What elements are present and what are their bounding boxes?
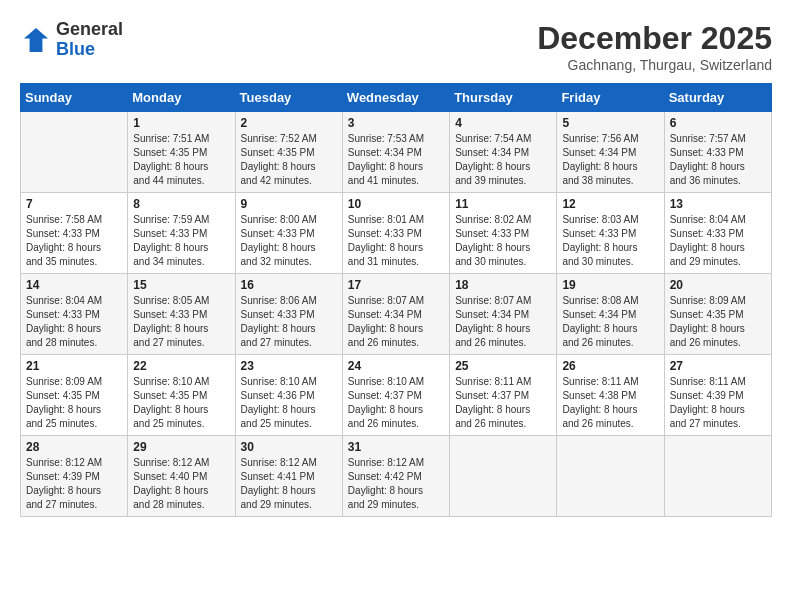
page-header: General Blue December 2025 Gachnang, Thu… xyxy=(20,20,772,73)
calendar-cell: 7Sunrise: 7:58 AM Sunset: 4:33 PM Daylig… xyxy=(21,193,128,274)
calendar-cell: 28Sunrise: 8:12 AM Sunset: 4:39 PM Dayli… xyxy=(21,436,128,517)
day-info: Sunrise: 7:58 AM Sunset: 4:33 PM Dayligh… xyxy=(26,213,122,269)
day-number: 29 xyxy=(133,440,229,454)
day-number: 18 xyxy=(455,278,551,292)
calendar-cell: 11Sunrise: 8:02 AM Sunset: 4:33 PM Dayli… xyxy=(450,193,557,274)
calendar-table: SundayMondayTuesdayWednesdayThursdayFrid… xyxy=(20,83,772,517)
day-info: Sunrise: 8:08 AM Sunset: 4:34 PM Dayligh… xyxy=(562,294,658,350)
logo: General Blue xyxy=(20,20,123,60)
calendar-cell: 10Sunrise: 8:01 AM Sunset: 4:33 PM Dayli… xyxy=(342,193,449,274)
day-number: 25 xyxy=(455,359,551,373)
day-info: Sunrise: 8:09 AM Sunset: 4:35 PM Dayligh… xyxy=(670,294,766,350)
col-header-saturday: Saturday xyxy=(664,84,771,112)
calendar-cell xyxy=(21,112,128,193)
calendar-week-4: 21Sunrise: 8:09 AM Sunset: 4:35 PM Dayli… xyxy=(21,355,772,436)
day-info: Sunrise: 8:12 AM Sunset: 4:40 PM Dayligh… xyxy=(133,456,229,512)
day-number: 22 xyxy=(133,359,229,373)
month-title: December 2025 xyxy=(537,20,772,57)
calendar-cell: 22Sunrise: 8:10 AM Sunset: 4:35 PM Dayli… xyxy=(128,355,235,436)
day-info: Sunrise: 8:12 AM Sunset: 4:42 PM Dayligh… xyxy=(348,456,444,512)
location-subtitle: Gachnang, Thurgau, Switzerland xyxy=(537,57,772,73)
calendar-cell: 21Sunrise: 8:09 AM Sunset: 4:35 PM Dayli… xyxy=(21,355,128,436)
col-header-thursday: Thursday xyxy=(450,84,557,112)
day-number: 3 xyxy=(348,116,444,130)
calendar-cell: 30Sunrise: 8:12 AM Sunset: 4:41 PM Dayli… xyxy=(235,436,342,517)
calendar-cell: 1Sunrise: 7:51 AM Sunset: 4:35 PM Daylig… xyxy=(128,112,235,193)
calendar-cell: 20Sunrise: 8:09 AM Sunset: 4:35 PM Dayli… xyxy=(664,274,771,355)
day-number: 2 xyxy=(241,116,337,130)
day-number: 7 xyxy=(26,197,122,211)
calendar-cell: 27Sunrise: 8:11 AM Sunset: 4:39 PM Dayli… xyxy=(664,355,771,436)
col-header-tuesday: Tuesday xyxy=(235,84,342,112)
calendar-cell: 25Sunrise: 8:11 AM Sunset: 4:37 PM Dayli… xyxy=(450,355,557,436)
col-header-sunday: Sunday xyxy=(21,84,128,112)
day-number: 19 xyxy=(562,278,658,292)
day-info: Sunrise: 8:04 AM Sunset: 4:33 PM Dayligh… xyxy=(26,294,122,350)
day-info: Sunrise: 8:12 AM Sunset: 4:41 PM Dayligh… xyxy=(241,456,337,512)
day-info: Sunrise: 7:54 AM Sunset: 4:34 PM Dayligh… xyxy=(455,132,551,188)
calendar-cell: 23Sunrise: 8:10 AM Sunset: 4:36 PM Dayli… xyxy=(235,355,342,436)
day-number: 4 xyxy=(455,116,551,130)
day-info: Sunrise: 7:51 AM Sunset: 4:35 PM Dayligh… xyxy=(133,132,229,188)
calendar-cell: 19Sunrise: 8:08 AM Sunset: 4:34 PM Dayli… xyxy=(557,274,664,355)
title-block: December 2025 Gachnang, Thurgau, Switzer… xyxy=(537,20,772,73)
calendar-cell: 17Sunrise: 8:07 AM Sunset: 4:34 PM Dayli… xyxy=(342,274,449,355)
day-info: Sunrise: 8:10 AM Sunset: 4:35 PM Dayligh… xyxy=(133,375,229,431)
col-header-monday: Monday xyxy=(128,84,235,112)
calendar-week-2: 7Sunrise: 7:58 AM Sunset: 4:33 PM Daylig… xyxy=(21,193,772,274)
day-info: Sunrise: 7:59 AM Sunset: 4:33 PM Dayligh… xyxy=(133,213,229,269)
calendar-cell: 5Sunrise: 7:56 AM Sunset: 4:34 PM Daylig… xyxy=(557,112,664,193)
day-number: 10 xyxy=(348,197,444,211)
calendar-cell: 29Sunrise: 8:12 AM Sunset: 4:40 PM Dayli… xyxy=(128,436,235,517)
day-info: Sunrise: 8:05 AM Sunset: 4:33 PM Dayligh… xyxy=(133,294,229,350)
day-number: 1 xyxy=(133,116,229,130)
logo-blue: Blue xyxy=(56,39,95,59)
day-number: 31 xyxy=(348,440,444,454)
col-header-friday: Friday xyxy=(557,84,664,112)
calendar-cell: 24Sunrise: 8:10 AM Sunset: 4:37 PM Dayli… xyxy=(342,355,449,436)
day-number: 16 xyxy=(241,278,337,292)
day-number: 24 xyxy=(348,359,444,373)
day-number: 15 xyxy=(133,278,229,292)
calendar-cell: 14Sunrise: 8:04 AM Sunset: 4:33 PM Dayli… xyxy=(21,274,128,355)
day-number: 23 xyxy=(241,359,337,373)
day-number: 8 xyxy=(133,197,229,211)
calendar-cell xyxy=(450,436,557,517)
day-number: 17 xyxy=(348,278,444,292)
day-number: 26 xyxy=(562,359,658,373)
calendar-cell: 12Sunrise: 8:03 AM Sunset: 4:33 PM Dayli… xyxy=(557,193,664,274)
calendar-cell: 6Sunrise: 7:57 AM Sunset: 4:33 PM Daylig… xyxy=(664,112,771,193)
calendar-cell: 15Sunrise: 8:05 AM Sunset: 4:33 PM Dayli… xyxy=(128,274,235,355)
day-number: 11 xyxy=(455,197,551,211)
day-info: Sunrise: 8:11 AM Sunset: 4:39 PM Dayligh… xyxy=(670,375,766,431)
svg-marker-0 xyxy=(24,28,48,52)
calendar-cell: 13Sunrise: 8:04 AM Sunset: 4:33 PM Dayli… xyxy=(664,193,771,274)
day-info: Sunrise: 8:00 AM Sunset: 4:33 PM Dayligh… xyxy=(241,213,337,269)
day-number: 5 xyxy=(562,116,658,130)
day-number: 6 xyxy=(670,116,766,130)
calendar-week-1: 1Sunrise: 7:51 AM Sunset: 4:35 PM Daylig… xyxy=(21,112,772,193)
day-number: 14 xyxy=(26,278,122,292)
day-number: 28 xyxy=(26,440,122,454)
calendar-cell: 4Sunrise: 7:54 AM Sunset: 4:34 PM Daylig… xyxy=(450,112,557,193)
day-number: 30 xyxy=(241,440,337,454)
day-info: Sunrise: 8:11 AM Sunset: 4:38 PM Dayligh… xyxy=(562,375,658,431)
day-info: Sunrise: 8:11 AM Sunset: 4:37 PM Dayligh… xyxy=(455,375,551,431)
calendar-cell: 31Sunrise: 8:12 AM Sunset: 4:42 PM Dayli… xyxy=(342,436,449,517)
calendar-cell: 2Sunrise: 7:52 AM Sunset: 4:35 PM Daylig… xyxy=(235,112,342,193)
day-info: Sunrise: 8:07 AM Sunset: 4:34 PM Dayligh… xyxy=(348,294,444,350)
day-info: Sunrise: 7:52 AM Sunset: 4:35 PM Dayligh… xyxy=(241,132,337,188)
day-info: Sunrise: 8:07 AM Sunset: 4:34 PM Dayligh… xyxy=(455,294,551,350)
day-info: Sunrise: 8:03 AM Sunset: 4:33 PM Dayligh… xyxy=(562,213,658,269)
calendar-cell: 16Sunrise: 8:06 AM Sunset: 4:33 PM Dayli… xyxy=(235,274,342,355)
logo-icon xyxy=(20,24,52,56)
calendar-cell: 3Sunrise: 7:53 AM Sunset: 4:34 PM Daylig… xyxy=(342,112,449,193)
logo-general: General xyxy=(56,19,123,39)
header-row: SundayMondayTuesdayWednesdayThursdayFrid… xyxy=(21,84,772,112)
day-number: 9 xyxy=(241,197,337,211)
calendar-week-5: 28Sunrise: 8:12 AM Sunset: 4:39 PM Dayli… xyxy=(21,436,772,517)
day-info: Sunrise: 8:09 AM Sunset: 4:35 PM Dayligh… xyxy=(26,375,122,431)
calendar-cell xyxy=(664,436,771,517)
day-info: Sunrise: 8:10 AM Sunset: 4:36 PM Dayligh… xyxy=(241,375,337,431)
day-number: 20 xyxy=(670,278,766,292)
